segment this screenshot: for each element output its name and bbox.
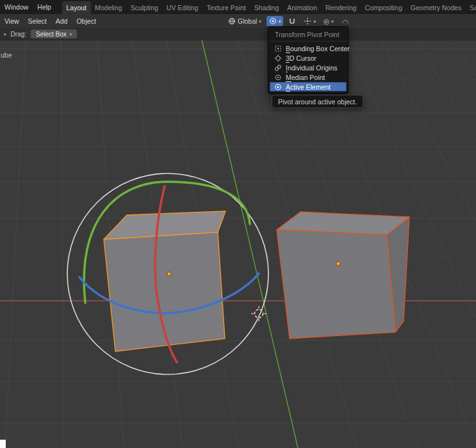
tab-layout[interactable]: Layout [62, 1, 91, 14]
tooltip: Pivot around active object. [272, 95, 363, 108]
tab-modeling[interactable]: Modeling [91, 1, 127, 14]
proportional-editing-icon: ◎ [324, 17, 329, 25]
chevron-down-icon: ▾ [70, 32, 72, 36]
orientation-label: Global [238, 17, 257, 25]
pivot-option-median-point[interactable]: Median Point [270, 72, 347, 82]
pivot-point-dropdown-button[interactable]: ▾ [267, 16, 284, 26]
corner-artifact [0, 440, 6, 448]
viewport-header: View Select Add Object Global ▾ ▾ [0, 14, 476, 29]
menu-view[interactable]: View [0, 17, 24, 25]
median-point-icon [274, 74, 282, 81]
pivot-option-active-element[interactable]: Active Element [270, 82, 347, 92]
chevron-down-icon: ▾ [259, 19, 261, 24]
viewport-3d[interactable]: ube [0, 40, 476, 448]
falloff-curve-icon [341, 17, 349, 25]
pivot-option-bounding-box-center[interactable]: Bounding Box Center [270, 44, 347, 53]
viewport-scene [0, 40, 476, 448]
active-tool-dropdown[interactable]: Select Box ▾ [31, 29, 77, 38]
active-tool-label: Select Box [36, 31, 67, 38]
tab-geometry-nodes[interactable]: Geometry Nodes [406, 1, 465, 14]
proportional-editing-dropdown[interactable]: ◎ ▾ [321, 17, 336, 26]
drag-label: Drag: [11, 31, 26, 38]
dropdown-title: Transform Pivot Point [268, 29, 348, 41]
tool-settings-bar: ▾ Drag: Select Box ▾ [0, 28, 476, 40]
chevron-down-icon: ▾ [279, 19, 281, 24]
dropdown-separator [268, 41, 348, 42]
active-element-icon [274, 83, 282, 91]
pivot-option-label: Median Point [286, 74, 325, 81]
tab-texture-paint[interactable]: Texture Paint [202, 1, 250, 14]
bounding-box-center-icon [274, 45, 282, 52]
tab-rendering[interactable]: Rendering [321, 1, 360, 14]
tool-header-collapse-chevron[interactable]: ▾ [4, 32, 6, 36]
pivot-option-individual-origins[interactable]: Individual Origins [270, 63, 347, 72]
tab-shading[interactable]: Shading [250, 1, 283, 14]
workspace-tabs: Layout Modeling Sculpting UV Editing Tex… [62, 0, 476, 14]
menu-select[interactable]: Select [24, 17, 51, 25]
menu-object[interactable]: Object [72, 17, 100, 25]
blender-window: Window Help Layout Modeling Sculpting UV… [0, 0, 476, 448]
pivot-option-label: Active Element [286, 83, 331, 91]
menu-help[interactable]: Help [33, 0, 56, 14]
tooltip-text: Pivot around active object. [278, 98, 357, 106]
snap-target-icon [304, 17, 311, 25]
transform-orientation-dropdown[interactable]: Global ▾ [226, 17, 264, 26]
snap-toggle-button[interactable] [286, 17, 299, 26]
cursor-3d-icon [274, 54, 282, 62]
tab-scripting[interactable]: Scripting [466, 1, 476, 14]
magnet-icon [288, 17, 296, 25]
chevron-down-icon: ▾ [331, 19, 334, 24]
origin-dot-right-cube [336, 262, 340, 266]
tab-uv-editing[interactable]: UV Editing [162, 1, 202, 14]
pivot-dropdown-menu: Transform Pivot Point Bounding Box Cente… [268, 26, 349, 94]
pivot-option-3d-cursor[interactable]: 3D Cursor [270, 53, 347, 63]
tab-animation[interactable]: Animation [283, 1, 322, 14]
object-name-fragment: ube [1, 51, 12, 59]
global-orientation-icon [228, 17, 236, 25]
pivot-option-label: Bounding Box Center [286, 45, 350, 52]
proportional-falloff-button [339, 17, 352, 26]
pivot-point-icon [269, 17, 277, 25]
pivot-option-label: 3D Cursor [286, 54, 316, 62]
cube-right[interactable] [277, 212, 409, 339]
tab-compositing[interactable]: Compositing [361, 1, 406, 14]
chevron-down-icon: ▾ [313, 19, 316, 24]
origin-dot-left-cube [167, 272, 171, 276]
individual-origins-icon [274, 64, 282, 72]
menu-add[interactable]: Add [51, 17, 72, 25]
menu-window[interactable]: Window [0, 0, 33, 14]
snap-settings-dropdown[interactable]: ▾ [301, 17, 318, 26]
topbar: Window Help Layout Modeling Sculpting UV… [0, 0, 476, 14]
pivot-option-label: Individual Origins [286, 64, 338, 72]
tab-sculpting[interactable]: Sculpting [126, 1, 162, 14]
